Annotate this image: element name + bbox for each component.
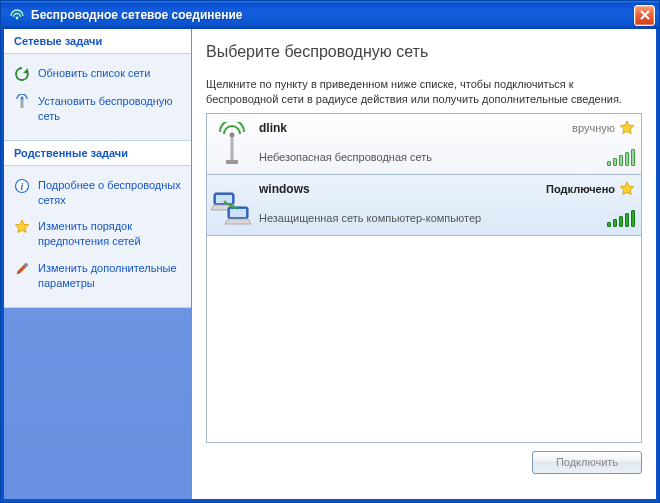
sidebar-item-learn-more[interactable]: i Подробнее о беспроводных сетях [4, 172, 191, 214]
adhoc-icon [207, 175, 257, 235]
signal-strength-icon [595, 209, 635, 227]
sidebar-item-label: Изменить дополнительные параметры [38, 261, 181, 291]
titlebar[interactable]: Беспроводное сетевое соединение [1, 1, 659, 29]
sidebar: Сетевые задачи Обновить список сети Уста… [4, 29, 192, 499]
svg-point-5 [24, 263, 28, 267]
svg-point-2 [21, 97, 24, 100]
network-name: dlink [259, 121, 572, 135]
network-item[interactable]: dlink вручную Небезопасная беспроводная … [207, 114, 641, 175]
refresh-icon [14, 66, 30, 82]
sidebar-item-label: Обновить список сети [38, 66, 181, 81]
favorite-star-icon [619, 120, 635, 136]
sidebar-item-refresh[interactable]: Обновить список сети [4, 60, 191, 88]
favorite-star-icon [619, 181, 635, 197]
task-header: Родственные задачи [4, 141, 191, 166]
close-button[interactable] [634, 5, 655, 26]
setup-wireless-icon [14, 94, 30, 110]
antenna-icon [207, 114, 257, 174]
signal-strength-icon [595, 148, 635, 166]
task-items: i Подробнее о беспроводных сетях Изменит… [4, 166, 191, 308]
window-body: Сетевые задачи Обновить список сети Уста… [1, 29, 659, 502]
sidebar-item-label: Установить беспроводную сеть [38, 94, 181, 124]
close-icon [640, 10, 650, 20]
main-panel: Выберите беспроводную сеть Щелкните по п… [192, 29, 656, 499]
star-icon [14, 219, 30, 235]
page-title: Выберите беспроводную сеть [206, 43, 642, 61]
page-description: Щелкните по пункту в приведенном ниже сп… [206, 77, 642, 107]
wireless-window: Беспроводное сетевое соединение Сетевые … [0, 0, 660, 503]
svg-text:i: i [21, 181, 24, 192]
info-icon: i [14, 178, 30, 194]
svg-point-0 [16, 17, 19, 20]
network-status: Подключено [546, 183, 615, 195]
wireless-icon [9, 7, 25, 23]
network-desc: Незащищенная сеть компьютер-компьютер [259, 212, 595, 224]
task-header: Сетевые задачи [4, 29, 191, 54]
network-name: windows [259, 182, 546, 196]
network-item[interactable]: windows Подключено Незащищенная сеть ком… [207, 175, 641, 236]
footer: Подключить [206, 443, 642, 474]
connect-button[interactable]: Подключить [532, 451, 642, 474]
network-body: windows Подключено Незащищенная сеть ком… [257, 175, 641, 235]
svg-rect-8 [226, 160, 238, 164]
sidebar-item-label: Изменить порядок предпочтения сетей [38, 219, 181, 249]
task-group-related: Родственные задачи i Подробнее о беспров… [4, 141, 191, 308]
svg-rect-1 [21, 98, 24, 108]
svg-rect-7 [231, 137, 234, 161]
sidebar-item-advanced-settings[interactable]: Изменить дополнительные параметры [4, 255, 191, 297]
network-body: dlink вручную Небезопасная беспроводная … [257, 114, 641, 174]
settings-icon [14, 261, 30, 277]
svg-rect-12 [230, 209, 246, 217]
task-group-network: Сетевые задачи Обновить список сети Уста… [4, 29, 191, 141]
window-title: Беспроводное сетевое соединение [31, 8, 634, 22]
sidebar-item-change-order[interactable]: Изменить порядок предпочтения сетей [4, 213, 191, 255]
network-desc: Небезопасная беспроводная сеть [259, 151, 595, 163]
sidebar-item-label: Подробнее о беспроводных сетях [38, 178, 181, 208]
svg-point-6 [230, 132, 235, 137]
network-list[interactable]: dlink вручную Небезопасная беспроводная … [206, 113, 642, 443]
network-status: вручную [572, 122, 615, 134]
task-items: Обновить список сети Установить беспрово… [4, 54, 191, 141]
sidebar-item-setup-wireless[interactable]: Установить беспроводную сеть [4, 88, 191, 130]
